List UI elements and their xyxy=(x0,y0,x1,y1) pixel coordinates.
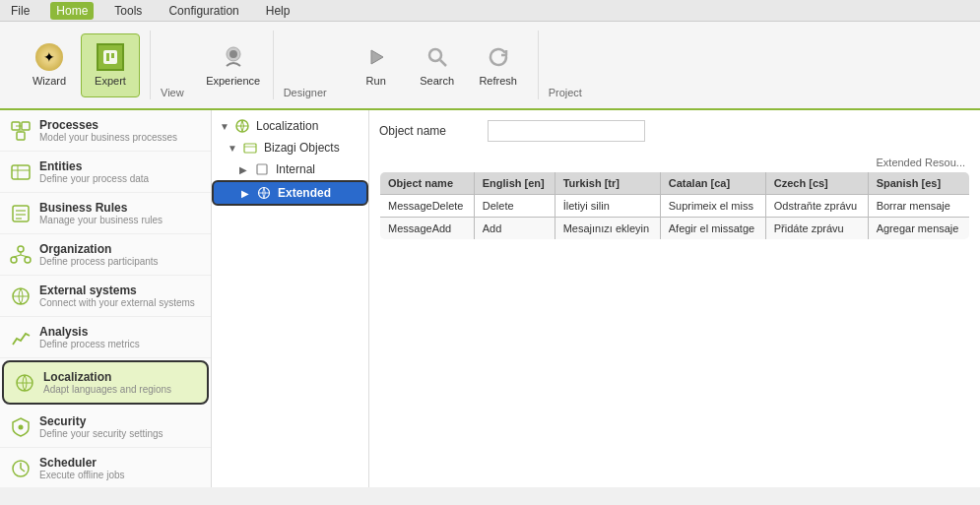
expand-extended-icon: ▶ xyxy=(241,188,253,199)
expert-label: Expert xyxy=(95,75,126,87)
bizagi-tree-icon xyxy=(243,141,257,155)
table-row[interactable]: MessageAddAddMesajınızı ekleyinAfegir el… xyxy=(380,218,970,240)
security-text: Security Define your security settings xyxy=(39,414,163,439)
search-icon xyxy=(424,43,451,71)
processes-title: Processes xyxy=(39,118,177,132)
sidebar-item-localization[interactable]: Localization Adapt languages and regions xyxy=(2,360,209,405)
run-button[interactable]: Run xyxy=(347,33,406,97)
localization-tree-icon xyxy=(235,119,249,133)
sidebar-item-external-systems[interactable]: External systems Connect with your exter… xyxy=(0,276,211,317)
analysis-text: Analysis Define process metrics xyxy=(39,325,140,349)
entities-title: Entities xyxy=(39,159,149,173)
search-button[interactable]: Search xyxy=(408,33,467,97)
data-table: Object name English [en] Turkish [tr] Ca… xyxy=(379,171,970,240)
callout-arrow xyxy=(212,199,217,317)
svg-rect-0 xyxy=(103,50,117,64)
table-row[interactable]: MessageDeleteDeleteİletiyi silinSuprimei… xyxy=(380,195,970,218)
menu-tools[interactable]: Tools xyxy=(108,2,148,20)
wizard-label: Wizard xyxy=(33,75,66,87)
object-name-input[interactable] xyxy=(488,120,645,142)
extended-tree-icon xyxy=(257,186,271,200)
svg-line-7 xyxy=(440,60,446,66)
entities-text: Entities Define your process data xyxy=(39,159,149,184)
scheduler-desc: Execute offline jobs xyxy=(39,470,125,480)
localization-icon xyxy=(14,372,35,394)
experience-label: Experience xyxy=(206,75,260,87)
external-systems-text: External systems Connect with your exter… xyxy=(39,284,195,308)
tree-item-internal[interactable]: ▶ Internal xyxy=(212,158,368,180)
sidebar-item-security[interactable]: Security Define your security settings xyxy=(0,407,211,448)
col-english: English [en] xyxy=(474,172,555,195)
localization-title: Localization xyxy=(43,370,171,384)
processes-icon xyxy=(10,120,32,142)
svg-point-21 xyxy=(11,257,17,263)
toolbar-group-project: Run Search Refresh xyxy=(337,31,539,99)
svg-point-22 xyxy=(25,257,31,263)
sidebar-item-analysis[interactable]: Analysis Define process metrics xyxy=(0,317,211,358)
expert-button[interactable]: Expert xyxy=(81,33,140,97)
sidebar-item-entities[interactable]: Entities Define your process data xyxy=(0,152,211,193)
sidebar-item-business-rules[interactable]: Business Rules Manage your business rule… xyxy=(0,193,211,234)
table-cell-0-2: İletiyi silin xyxy=(555,195,660,218)
external-systems-icon xyxy=(10,285,32,307)
tree-item-bizagi-objects[interactable]: ▼ Bizagi Objects xyxy=(212,137,368,158)
business-rules-text: Business Rules Manage your business rule… xyxy=(39,201,163,225)
svg-rect-10 xyxy=(17,132,25,140)
svg-rect-2 xyxy=(111,53,114,58)
sidebar-item-processes[interactable]: Processes Model your business processes xyxy=(0,110,211,152)
table-cell-0-3: Suprimeix el miss xyxy=(660,195,765,218)
svg-rect-9 xyxy=(22,122,30,130)
tree-item-localization[interactable]: ▼ Localization xyxy=(212,115,368,137)
analysis-desc: Define process metrics xyxy=(39,339,140,349)
menu-bar: File Home Tools Configuration Help xyxy=(0,0,980,22)
svg-point-30 xyxy=(19,425,24,430)
svg-line-24 xyxy=(14,255,21,257)
business-rules-icon xyxy=(10,203,32,224)
sidebar-item-scheduler[interactable]: Scheduler Execute offline jobs xyxy=(0,448,211,487)
svg-point-4 xyxy=(229,50,237,58)
object-name-label: Object name xyxy=(379,124,478,138)
toolbar-group-view: ✦ Wizard Expert xyxy=(10,31,151,99)
tree-localization-label: Localization xyxy=(256,119,318,133)
table-cell-1-0: MessageAdd xyxy=(380,218,475,240)
svg-point-6 xyxy=(429,49,441,61)
col-czech: Czech [cs] xyxy=(765,172,868,195)
svg-rect-16 xyxy=(13,206,29,221)
expand-bizagi-icon: ▼ xyxy=(228,143,239,154)
table-cell-0-1: Delete xyxy=(474,195,555,218)
table-cell-0-4: Odstraňte zprávu xyxy=(765,195,868,218)
menu-home[interactable]: Home xyxy=(50,2,94,20)
expand-internal-icon: ▶ xyxy=(239,164,251,175)
menu-configuration[interactable]: Configuration xyxy=(163,2,244,20)
svg-line-25 xyxy=(21,255,28,257)
main-content: Processes Model your business processes … xyxy=(0,110,980,487)
col-turkish: Turkish [tr] xyxy=(555,172,660,195)
col-object-name: Object name xyxy=(380,172,475,195)
menu-help[interactable]: Help xyxy=(260,2,296,20)
designer-section-label: Designer xyxy=(276,85,335,103)
svg-rect-36 xyxy=(244,144,256,153)
menu-file[interactable]: File xyxy=(5,2,35,20)
sidebar-item-organization[interactable]: Organization Define process participants xyxy=(0,234,211,276)
col-catalan: Catalan [ca] xyxy=(660,172,765,195)
analysis-icon xyxy=(10,327,32,348)
localization-desc: Adapt languages and regions xyxy=(43,384,171,395)
sidebar: Processes Model your business processes … xyxy=(0,110,212,487)
svg-point-20 xyxy=(18,246,24,252)
refresh-button[interactable]: Refresh xyxy=(469,33,528,97)
view-section-label: View xyxy=(153,85,192,103)
security-title: Security xyxy=(39,414,163,428)
organization-desc: Define process participants xyxy=(39,256,159,267)
scheduler-icon xyxy=(10,458,32,479)
table-cell-1-5: Agregar mensaje xyxy=(868,218,969,240)
tree-item-extended[interactable]: ▶ Extended xyxy=(212,180,368,206)
business-rules-title: Business Rules xyxy=(39,201,163,215)
experience-button[interactable]: Experience xyxy=(204,33,263,97)
wizard-button[interactable]: ✦ Wizard xyxy=(20,33,79,97)
content-area: Object name Extended Resou... Object nam… xyxy=(369,110,980,487)
run-icon xyxy=(362,43,390,71)
toolbar: ✦ Wizard Expert View xyxy=(0,22,980,110)
expert-icon-svg xyxy=(101,48,119,66)
organization-title: Organization xyxy=(39,242,159,256)
table-cell-1-1: Add xyxy=(474,218,555,240)
